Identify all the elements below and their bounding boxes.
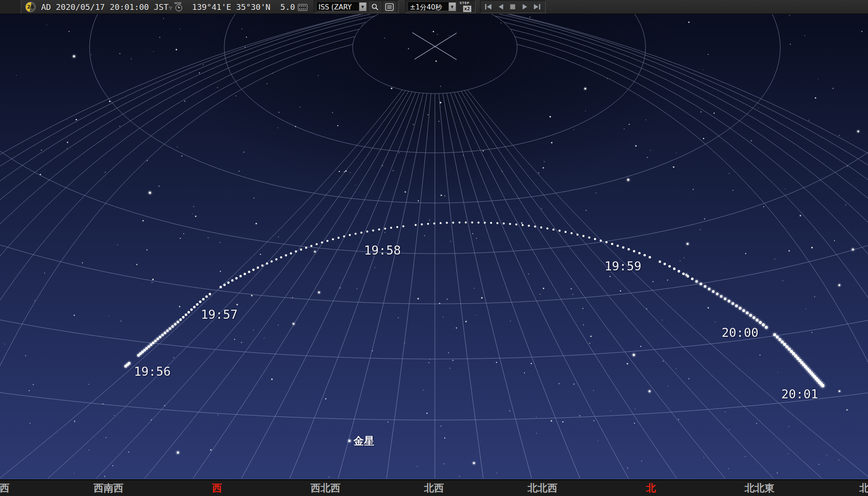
target-select-dropdown-icon[interactable]: ▼ xyxy=(359,2,367,11)
set-to-now-clock-icon[interactable]: NOW xyxy=(174,1,184,12)
compass-label-西: 西 xyxy=(0,482,9,495)
clock-icon xyxy=(175,5,182,11)
transport-controls xyxy=(480,0,546,13)
trail-time-label-20-01: 20:01 xyxy=(781,387,818,401)
compass-label-西南西: 西南西 xyxy=(94,482,123,495)
time-interval-value: ±1分40秒 xyxy=(408,2,449,11)
compass-label-西北西: 西北西 xyxy=(311,482,340,495)
limiting-magnitude-value: 5.0 xyxy=(280,2,295,12)
target-select-group: ISS (ZARY ▼ xyxy=(314,0,399,13)
venus-label: 金星 xyxy=(354,434,374,448)
toolbar-left-pad xyxy=(0,0,21,14)
compass-label-北: 北 xyxy=(646,482,656,495)
play-forward-button[interactable] xyxy=(519,2,531,12)
time-interval-select[interactable]: ±1分40秒 ▼ xyxy=(408,2,456,11)
compass-label-北: 北 xyxy=(859,482,868,495)
play-reverse-button[interactable] xyxy=(495,2,506,12)
datetime-display[interactable]: AD 2020/05/17 20:01:00 JST xyxy=(41,2,169,12)
step-x2-badge: x2 xyxy=(463,5,472,12)
now-icon-label: NOW xyxy=(175,1,181,5)
play-forward-icon xyxy=(522,4,528,10)
skip-to-end-button[interactable] xyxy=(532,2,543,12)
location-panel-icon[interactable] xyxy=(298,4,307,11)
timezone-dropdown-icon[interactable]: ▽ xyxy=(169,6,172,10)
time-step-group: ±1分40秒 ▼ STEP x2 xyxy=(405,0,476,13)
skip-to-start-icon xyxy=(485,4,492,10)
trail-time-label-19-57: 19:57 xyxy=(201,307,237,321)
compass-label-北西: 北西 xyxy=(424,482,444,495)
stop-button[interactable] xyxy=(507,2,519,12)
search-button[interactable] xyxy=(369,1,381,12)
trail-time-label-19-58: 19:58 xyxy=(364,243,401,257)
stop-icon xyxy=(509,4,516,10)
trail-time-label-19-56: 19:56 xyxy=(134,364,170,378)
compass-label-北北東: 北北東 xyxy=(745,482,774,495)
compass-label-北北西: 北北西 xyxy=(528,482,557,495)
step-button-label: STEP xyxy=(460,1,470,5)
list-icon xyxy=(385,3,394,11)
object-list-button[interactable] xyxy=(384,1,396,12)
toolbar: 24 AD 2020/05/17 20:01:00 JST ▽ NOW 139°… xyxy=(0,0,868,14)
day-night-24h-icon[interactable]: 24 xyxy=(25,2,36,12)
trail-time-label-19-59: 19:59 xyxy=(604,259,641,273)
sky-svg xyxy=(0,0,868,496)
play-reverse-icon xyxy=(497,4,504,10)
search-icon xyxy=(371,3,379,11)
trail-time-label-20-00: 20:00 xyxy=(722,326,758,340)
compass-bar: 西西南西西西北西北西北北西北北北東北 xyxy=(0,479,868,496)
target-select[interactable]: ISS (ZARY ▼ xyxy=(317,2,367,11)
compass-label-西: 西 xyxy=(212,482,222,495)
time-interval-dropdown-icon[interactable]: ▼ xyxy=(449,2,456,11)
location-coordinates: 139°41'E 35°30'N xyxy=(192,2,270,12)
skip-to-end-icon xyxy=(533,4,541,10)
step-x2-button[interactable]: STEP x2 xyxy=(460,1,472,12)
skip-to-start-button[interactable] xyxy=(483,2,494,12)
target-select-value: ISS (ZARY xyxy=(317,2,359,11)
sky-view[interactable]: 19:5619:5719:5819:5920:0020:01 金星 xyxy=(0,0,868,496)
